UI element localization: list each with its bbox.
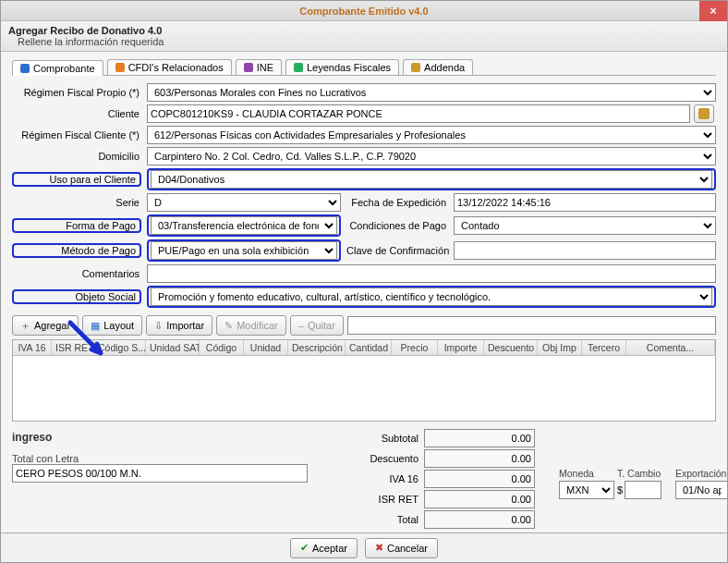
col-codigo[interactable]: Código: [200, 340, 244, 355]
total-value: [424, 510, 535, 529]
label-regimen-cliente: Régimen Fiscal Cliente (*): [12, 129, 141, 141]
ingreso-label: ingreso: [12, 429, 308, 446]
label-uso-cliente: Uso para el Cliente: [16, 174, 138, 185]
tab-ine[interactable]: INE: [236, 59, 282, 75]
button-label: Agregar: [34, 320, 70, 331]
col-comenta[interactable]: Comenta...: [626, 340, 715, 355]
book-icon: [294, 63, 303, 72]
col-descripcion[interactable]: Descripción: [288, 340, 346, 355]
clave-conf-input[interactable]: [454, 241, 716, 260]
import-icon: ⇩: [154, 320, 163, 332]
addenda-icon: [411, 63, 420, 72]
label-comentarios: Comentarios: [12, 268, 141, 279]
lines-grid[interactable]: IVA 16 ISR RET Código S... Unidad SAT Có…: [12, 339, 716, 422]
metodo-pago-select[interactable]: PUE/Pago en una sola exhibición: [151, 241, 337, 260]
quitar-button: –Quitar: [290, 315, 344, 336]
button-label: Modificar: [237, 320, 278, 331]
col-tercero[interactable]: Tercero: [582, 340, 626, 355]
label-regimen-propio: Régimen Fiscal Propio (*): [12, 87, 141, 98]
window-title: Comprobante Emitido v4.0: [299, 6, 428, 17]
condiciones-select[interactable]: Contado: [454, 216, 716, 235]
label-serie: Serie: [12, 197, 141, 208]
regimen-cliente-select[interactable]: 612/Personas Físicas con Actividades Emp…: [147, 126, 716, 144]
link-icon: [115, 63, 125, 72]
agregar-button[interactable]: ＋Agregar: [12, 315, 79, 336]
grid-header: IVA 16 ISR RET Código S... Unidad SAT Có…: [13, 340, 715, 356]
total-label: Total: [313, 514, 424, 525]
forma-pago-select[interactable]: 03/Transferencia electrónica de fondos: [151, 216, 337, 235]
button-label: Layout: [103, 320, 134, 331]
col-unidad-sat[interactable]: Unidad SAT: [146, 340, 200, 355]
col-iva[interactable]: IVA 16: [13, 340, 52, 355]
footer: ✔Aceptar ✖Cancelar: [1, 532, 727, 562]
page-title: Agregar Recibo de Donativo 4.0: [8, 25, 720, 36]
aceptar-button[interactable]: ✔Aceptar: [290, 538, 358, 558]
doc-icon: [20, 64, 30, 73]
filter-input[interactable]: [347, 316, 716, 335]
plus-icon: ＋: [20, 319, 30, 333]
cliente-lookup-button[interactable]: [694, 104, 714, 123]
close-button[interactable]: ×: [699, 1, 727, 21]
tab-addenda[interactable]: Addenda: [403, 59, 473, 75]
page-subtitle: Rellene la información requerida: [18, 36, 720, 47]
check-icon: ✔: [300, 542, 309, 554]
layout-icon: ▦: [91, 320, 100, 332]
remove-icon: –: [298, 320, 304, 331]
fecha-exp-input[interactable]: [454, 193, 716, 212]
button-label: Aceptar: [312, 543, 347, 554]
col-unidad[interactable]: Unidad: [244, 340, 288, 355]
label-forma-pago: Forma de Pago: [16, 220, 138, 231]
uso-cliente-select[interactable]: D04/Donativos: [151, 170, 712, 189]
tab-cfdis[interactable]: CFDI's Relacionados: [107, 59, 232, 75]
tab-label: Comprobante: [33, 63, 95, 74]
close-icon: ×: [710, 5, 716, 18]
moneda-label: Moneda: [559, 468, 614, 479]
tab-leyendas[interactable]: Leyendas Fiscales: [285, 59, 399, 75]
tab-comprobante[interactable]: Comprobante: [12, 60, 103, 76]
header-panel: Agregar Recibo de Donativo 4.0 Rellene l…: [1, 21, 727, 52]
objeto-social-select[interactable]: Promoción y fomento educativo, cultural,…: [151, 288, 712, 306]
label-metodo-pago: Método de Pago: [16, 245, 138, 256]
titlebar: Comprobante Emitido v4.0 ×: [1, 1, 727, 21]
cancel-icon: ✖: [375, 542, 383, 554]
tab-label: INE: [257, 62, 273, 73]
col-isr[interactable]: ISR RET: [52, 340, 94, 355]
line-toolbar: ＋Agregar ▦Layout ⇩Importar ✎Modificar –Q…: [12, 315, 716, 336]
label-clave-conf: Clave de Confirmación: [346, 245, 448, 256]
label-objeto-social: Objeto Social: [16, 291, 138, 302]
export-select[interactable]: 01/No aplica: [675, 481, 727, 499]
tab-label: Leyendas Fiscales: [307, 62, 391, 73]
col-obj-imp[interactable]: Obj Imp: [538, 340, 582, 355]
tcambio-input[interactable]: [625, 481, 661, 499]
col-cantidad[interactable]: Cantidad: [346, 340, 392, 355]
calendar-icon: [698, 108, 710, 119]
serie-select[interactable]: D: [147, 193, 341, 212]
col-precio[interactable]: Precio: [392, 340, 438, 355]
importar-button[interactable]: ⇩Importar: [146, 315, 212, 336]
layout-button[interactable]: ▦Layout: [82, 315, 142, 336]
total-letra-input: [12, 464, 308, 483]
export-label: Exportación: [675, 468, 727, 479]
tab-strip: Comprobante CFDI's Relacionados INE Leye…: [12, 59, 716, 76]
descuento-value: [424, 449, 535, 468]
label-domicilio: Domicilio: [12, 151, 141, 162]
col-descuento[interactable]: Descuento: [484, 340, 538, 355]
currency-symbol: $: [617, 484, 623, 496]
label-condiciones: Condiciones de Pago: [346, 220, 448, 231]
subtotal-value: [424, 429, 535, 447]
regimen-propio-select[interactable]: 603/Personas Morales con Fines no Lucrat…: [147, 83, 716, 102]
domicilio-select[interactable]: Carpintero No. 2 Col. Cedro, Cd. Valles …: [147, 147, 716, 165]
subtotal-label: Subtotal: [313, 433, 424, 444]
label-fecha-exp: Fecha de Expedición: [346, 197, 448, 208]
col-importe[interactable]: Importe: [438, 340, 484, 355]
label-cliente: Cliente: [12, 108, 141, 119]
iva-label: IVA 16: [313, 473, 424, 484]
cancelar-button[interactable]: ✖Cancelar: [365, 538, 438, 558]
descuento-label: Descuento: [313, 453, 424, 464]
isr-value: [424, 490, 535, 508]
tab-label: CFDI's Relacionados: [128, 62, 224, 73]
moneda-select[interactable]: MXN: [559, 481, 614, 499]
comentarios-input[interactable]: [147, 264, 716, 283]
col-codigo-sat[interactable]: Código S...: [94, 340, 146, 355]
cliente-input[interactable]: [147, 104, 690, 123]
